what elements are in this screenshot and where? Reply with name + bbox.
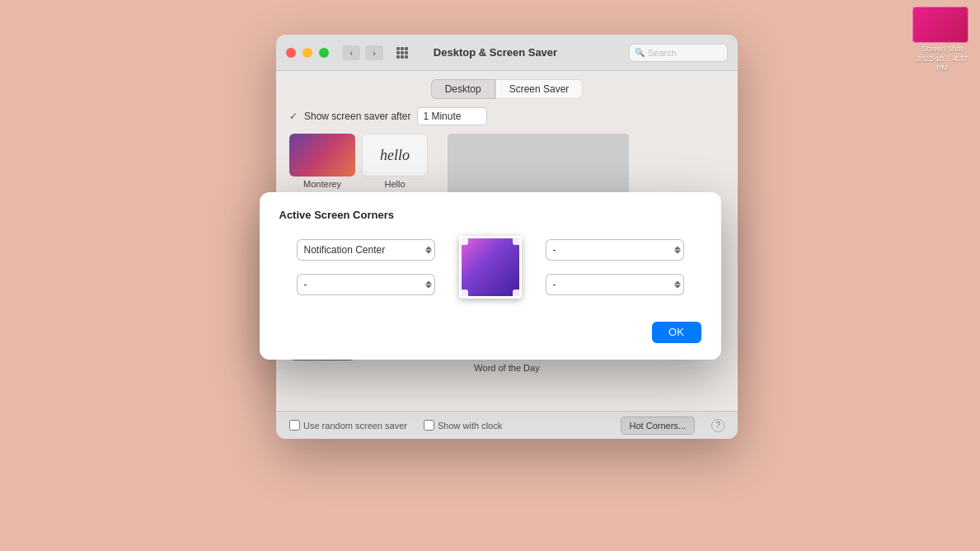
- active-screen-corners-dialog: Active Screen Corners Notification Cente…: [260, 192, 721, 360]
- bottom-left-corner[interactable]: - Mission Control Notification Center Ap…: [297, 274, 435, 295]
- corners-preview-image: [459, 236, 522, 299]
- bottom-right-corner[interactable]: - Mission Control Notification Center Ap…: [546, 274, 684, 295]
- corners-layout: Notification Center - Mission Control Ap…: [279, 236, 701, 305]
- dialog-title: Active Screen Corners: [279, 209, 701, 221]
- corner-indicator-br: [513, 290, 519, 296]
- top-right-dropdown[interactable]: - Mission Control Notification Center Ap…: [546, 239, 684, 261]
- desktop: Screen Shot 2022-10… 4:37 PM ‹ › Desktop…: [0, 0, 980, 551]
- ok-button[interactable]: OK: [652, 322, 701, 343]
- dialog-overlay: Active Screen Corners Notification Cente…: [0, 0, 980, 551]
- top-right-corner[interactable]: - Mission Control Notification Center Ap…: [546, 239, 684, 261]
- top-left-dropdown[interactable]: Notification Center - Mission Control Ap…: [297, 239, 435, 261]
- top-left-corner[interactable]: Notification Center - Mission Control Ap…: [297, 239, 435, 261]
- corner-indicator-bl: [462, 290, 468, 296]
- dialog-footer: OK: [279, 322, 701, 343]
- bottom-left-dropdown[interactable]: - Mission Control Notification Center Ap…: [297, 274, 435, 295]
- corner-indicator-tl: [462, 238, 468, 245]
- corner-indicator-tr: [513, 238, 519, 245]
- bottom-right-dropdown[interactable]: - Mission Control Notification Center Ap…: [546, 274, 684, 295]
